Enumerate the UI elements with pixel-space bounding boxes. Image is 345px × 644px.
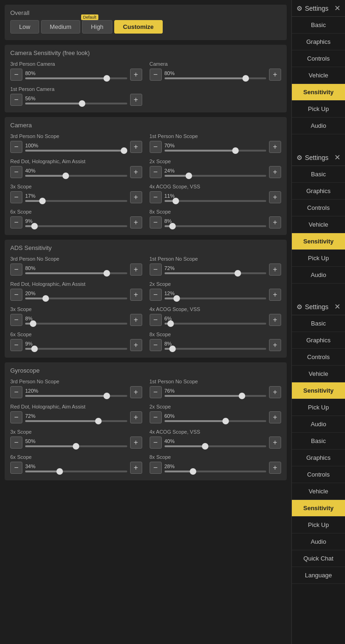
sidebar-item-graphics-1[interactable]: Graphics (292, 34, 345, 50)
sidebar-item-sensitivity-3b[interactable]: Sensitivity (292, 500, 345, 517)
slider-minus-gyro-3x[interactable]: − (10, 436, 22, 449)
slider-plus-ads-1st[interactable]: + (269, 263, 281, 276)
preset-customize[interactable]: Customize (114, 20, 163, 34)
close-btn-2[interactable]: ✕ (334, 153, 340, 162)
sidebar-item-controls-1[interactable]: Controls (292, 50, 345, 67)
slider-minus-ads-1st[interactable]: − (150, 263, 162, 276)
ads-sliders: 3rd Person No Scope − 80% + 1st Person N… (10, 256, 281, 351)
slider-minus-cam-4x[interactable]: − (150, 191, 162, 203)
slider-plus-ads-2x[interactable]: + (269, 289, 281, 301)
slider-plus-gyro-reddot[interactable]: + (130, 411, 142, 423)
sidebar-item-vehicle-2[interactable]: Vehicle (292, 216, 345, 233)
slider-plus-ads-3rd[interactable]: + (130, 263, 142, 276)
slider-minus-cam-3rd[interactable]: − (10, 141, 22, 153)
slider-plus-ads-3x[interactable]: + (130, 314, 142, 326)
sidebar-item-audio-3b[interactable]: Audio (292, 533, 345, 550)
slider-plus-cam-8x[interactable]: + (269, 216, 281, 229)
slider-plus-cam-4x[interactable]: + (269, 191, 281, 203)
slider-minus-ads-2x[interactable]: − (150, 289, 162, 301)
sidebar-item-sensitivity-3a[interactable]: Sensitivity (292, 382, 345, 399)
slider-minus-cam-2x[interactable]: − (150, 166, 162, 178)
slider-minus-ads-6x[interactable]: − (10, 339, 22, 351)
sidebar-item-controls-2[interactable]: Controls (292, 200, 345, 216)
slider-plus-cam-2x[interactable]: + (269, 166, 281, 178)
gear-icon-1: ⚙ (297, 5, 303, 12)
slider-plus-camera[interactable]: + (269, 69, 281, 81)
slider-minus-ads-reddot[interactable]: − (10, 289, 22, 301)
sidebar-item-audio-2[interactable]: Audio (292, 267, 345, 284)
sidebar-item-controls-3b[interactable]: Controls (292, 466, 345, 483)
sidebar-item-graphics-3b[interactable]: Graphics (292, 450, 345, 466)
sidebar-item-basic-1[interactable]: Basic (292, 17, 345, 34)
slider-minus-gyro-8x[interactable]: − (150, 462, 162, 474)
slider-minus-gyro-reddot[interactable]: − (10, 411, 22, 423)
slider-minus-1st-camera[interactable]: − (10, 94, 22, 106)
sidebar-item-pickup-3b[interactable]: Pick Up (292, 517, 345, 533)
sidebar-item-vehicle-3a[interactable]: Vehicle (292, 366, 345, 382)
sidebar-item-pickup-1[interactable]: Pick Up (292, 101, 345, 118)
slider-minus-ads-3x[interactable]: − (10, 314, 22, 326)
sidebar-item-controls-3a[interactable]: Controls (292, 349, 345, 366)
preset-low[interactable]: Low (10, 20, 39, 34)
slider-plus-gyro-8x[interactable]: + (269, 462, 281, 474)
slider-plus-gyro-3rd[interactable]: + (130, 386, 142, 398)
slider-plus-3rd-camera[interactable]: + (130, 69, 142, 81)
preset-high[interactable]: High (82, 20, 112, 34)
slider-minus-ads-4x[interactable]: − (150, 314, 162, 326)
slider-minus-cam-8x[interactable]: − (150, 216, 162, 229)
slider-plus-gyro-2x[interactable]: + (269, 411, 281, 423)
slider-plus-ads-8x[interactable]: + (269, 339, 281, 351)
slider-gyro-3x: 3x Scope − 50% + (10, 429, 142, 449)
slider-minus-gyro-1st[interactable]: − (150, 386, 162, 398)
gyroscope-sliders: 3rd Person No Scope − 120% + 1st Person … (10, 379, 281, 474)
slider-plus-cam-1st[interactable]: + (269, 141, 281, 153)
slider-minus-cam-6x[interactable]: − (10, 216, 22, 229)
slider-minus-cam-3x[interactable]: − (10, 191, 22, 203)
slider-minus-ads-3rd[interactable]: − (10, 263, 22, 276)
sidebar-item-basic-2[interactable]: Basic (292, 166, 345, 183)
slider-plus-ads-6x[interactable]: + (130, 339, 142, 351)
slider-plus-cam-3rd[interactable]: + (130, 141, 142, 153)
slider-plus-gyro-1st[interactable]: + (269, 386, 281, 398)
slider-minus-gyro-2x[interactable]: − (150, 411, 162, 423)
slider-minus-camera[interactable]: − (150, 69, 162, 81)
sidebar-item-audio-3a[interactable]: Audio (292, 416, 345, 433)
slider-plus-cam-6x[interactable]: + (130, 216, 142, 229)
sidebar-item-quickchat-3[interactable]: Quick Chat (292, 550, 345, 567)
camera-title: Camera (10, 122, 281, 129)
slider-minus-3rd-camera[interactable]: − (10, 69, 22, 81)
sidebar-item-audio-1[interactable]: Audio (292, 118, 345, 134)
slider-plus-ads-reddot[interactable]: + (130, 289, 142, 301)
slider-minus-cam-1st[interactable]: − (150, 141, 162, 153)
slider-minus-gyro-3rd[interactable]: − (10, 386, 22, 398)
close-btn-1[interactable]: ✕ (334, 4, 340, 13)
slider-plus-gyro-4x[interactable]: + (269, 436, 281, 449)
slider-minus-ads-8x[interactable]: − (150, 339, 162, 351)
slider-plus-gyro-3x[interactable]: + (130, 436, 142, 449)
sidebar-item-sensitivity-2[interactable]: Sensitivity (292, 233, 345, 250)
slider-plus-gyro-6x[interactable]: + (130, 462, 142, 474)
sidebar-item-sensitivity-1[interactable]: Sensitivity (292, 84, 345, 101)
slider-cam-reddot: Red Dot, Holographic, Aim Assist − 40% + (10, 159, 142, 178)
slider-cam-1st-noscope: 1st Person No Scope − 70% + (150, 133, 282, 153)
slider-plus-1st-camera[interactable]: + (130, 94, 142, 106)
sidebar-item-pickup-3a[interactable]: Pick Up (292, 399, 345, 416)
slider-minus-gyro-4x[interactable]: − (150, 436, 162, 449)
slider-plus-cam-3x[interactable]: + (130, 191, 142, 203)
preset-medium[interactable]: Medium (41, 20, 80, 34)
slider-minus-cam-reddot[interactable]: − (10, 166, 22, 178)
sidebar-item-language-3[interactable]: Language (292, 567, 345, 584)
sidebar-item-vehicle-1[interactable]: Vehicle (292, 67, 345, 84)
slider-plus-cam-reddot[interactable]: + (130, 166, 142, 178)
close-btn-3[interactable]: ✕ (334, 302, 340, 311)
slider-ads-8x: 8x Scope − 8% + (150, 332, 282, 351)
sidebar-item-graphics-3a[interactable]: Graphics (292, 332, 345, 349)
slider-plus-ads-4x[interactable]: + (269, 314, 281, 326)
sidebar-item-graphics-2[interactable]: Graphics (292, 183, 345, 200)
slider-gyro-reddot: Red Dot, Holographic, Aim Assist − 72% + (10, 404, 142, 423)
slider-minus-gyro-6x[interactable]: − (10, 462, 22, 474)
sidebar-item-vehicle-3b[interactable]: Vehicle (292, 483, 345, 500)
sidebar-item-basic-3b[interactable]: Basic (292, 433, 345, 450)
sidebar-item-basic-3a[interactable]: Basic (292, 315, 345, 332)
sidebar-item-pickup-2[interactable]: Pick Up (292, 250, 345, 267)
